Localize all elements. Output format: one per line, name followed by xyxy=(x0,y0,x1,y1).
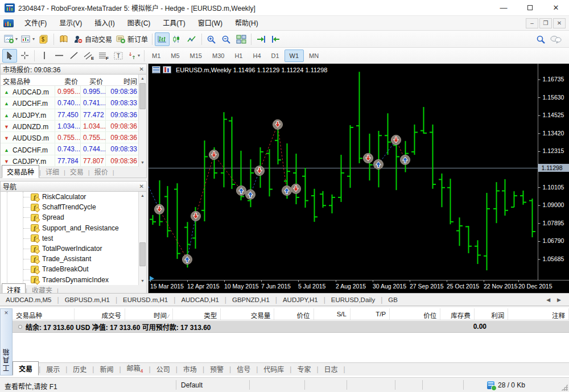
nav-item-test[interactable]: ftest xyxy=(1,233,146,244)
scroll-down-icon[interactable]: ▼ xyxy=(139,277,146,285)
child-close-button[interactable]: ✕ xyxy=(553,18,566,28)
chart-tab[interactable]: GBPUSD.m,H1 xyxy=(59,295,116,304)
navigator-close-icon[interactable]: ✕ xyxy=(139,183,144,189)
timeframe-button-m30[interactable]: M30 xyxy=(207,49,229,62)
profiles-button[interactable]: ▾ xyxy=(19,32,36,46)
menu-item[interactable]: 窗口(W) xyxy=(192,17,229,30)
market-watch-tab[interactable]: 详细 xyxy=(41,166,64,178)
symbols-button[interactable]: $ xyxy=(36,32,51,46)
menu-item[interactable]: 文件(F) xyxy=(18,17,53,30)
toolbox-close-icon[interactable]: ✕ xyxy=(4,310,9,316)
trade-column-header[interactable]: 成交号 xyxy=(75,308,125,320)
toolbox-tab-代码库[interactable]: 代码库 xyxy=(258,362,290,376)
trade-column-header[interactable]: 库存费 xyxy=(440,308,474,320)
chart-tab[interactable]: AUDJPY,H1 xyxy=(277,295,324,304)
menu-item[interactable]: 图表(C) xyxy=(121,17,157,30)
child-minimize-button[interactable]: – xyxy=(526,18,538,28)
price-chart-canvas[interactable]: 1.167351.156301.145251.134201.123151.101… xyxy=(149,64,569,293)
trade-column-header[interactable]: 类型 xyxy=(173,308,221,320)
trade-column-header[interactable]: 利润 xyxy=(475,308,508,320)
market-watch-header[interactable]: 市场报价: 09:08:36 ✕ xyxy=(0,64,147,75)
resize-grip[interactable] xyxy=(561,384,568,391)
trendline-button[interactable] xyxy=(67,49,81,63)
new-order-button[interactable]: 新订单 xyxy=(114,32,150,46)
scroll-down-icon[interactable]: ▼ xyxy=(139,159,146,167)
new-chart-button[interactable]: ▾ xyxy=(2,32,19,46)
toolbox-tab-邮箱[interactable]: 邮箱4 xyxy=(121,361,149,376)
nav-item-support_and_resistance[interactable]: fSupport_and_Resistance xyxy=(1,223,146,233)
timeframe-button-h4[interactable]: H4 xyxy=(248,49,266,62)
fibonacci-button[interactable]: F xyxy=(96,49,111,63)
column-header[interactable]: 买价 xyxy=(80,75,105,85)
crosshair-button[interactable] xyxy=(17,49,32,63)
cursor-button[interactable] xyxy=(2,49,17,63)
chart-tab[interactable]: AUDCAD,H1 xyxy=(175,295,224,304)
balance-row[interactable]: 结余: 17 313.60 USD 净值: 17 313.60 可用预付款: 1… xyxy=(13,321,569,333)
equidistant-channel-button[interactable]: E xyxy=(81,49,96,63)
column-header[interactable]: 时间 xyxy=(105,75,139,85)
chart-window-icon[interactable] xyxy=(3,19,14,27)
navigator-scrollbar[interactable]: ▲ ▼ xyxy=(138,192,146,285)
trade-column-header[interactable]: 交易品种 xyxy=(13,308,75,320)
nav-item-schafftrendcycle[interactable]: fSchaffTrendCycle xyxy=(1,202,146,212)
menu-item[interactable]: 插入(I) xyxy=(88,17,121,30)
minimize-button[interactable]: — xyxy=(490,0,517,15)
trade-column-header[interactable]: 价位 xyxy=(274,308,314,320)
market-row[interactable]: ▲AUDCHF.m0.740...0.741...09:08:33 xyxy=(1,97,146,109)
search-button[interactable] xyxy=(534,32,549,46)
tabs-scroll-right-icon[interactable]: ▶ xyxy=(554,297,564,303)
timeframe-button-m1[interactable]: M1 xyxy=(147,49,166,62)
child-restore-button[interactable]: ❐ xyxy=(539,18,552,28)
toolbox-tab-专家[interactable]: 专家 xyxy=(291,362,316,376)
toolbox-tab-预警[interactable]: 预警 xyxy=(204,362,229,376)
zoom-out-button[interactable] xyxy=(219,32,234,46)
chart-tab[interactable]: GBPNZD,H1 xyxy=(226,295,275,304)
menu-item[interactable]: 帮助(H) xyxy=(229,17,265,30)
chat-button[interactable] xyxy=(549,32,563,46)
scroll-up-icon[interactable]: ▲ xyxy=(139,192,146,200)
trade-table-headers[interactable]: 交易品种成交号时间 ∕类型交易量价位S/LT/P价位库存费利润注释 xyxy=(13,308,569,320)
trade-column-header[interactable]: 价位 xyxy=(390,308,440,320)
timeframe-button-d1[interactable]: D1 xyxy=(266,49,284,62)
chart-tab[interactable]: EURUSD,Daily xyxy=(325,295,381,304)
line-chart-button[interactable] xyxy=(184,32,199,46)
timeframe-button-m5[interactable]: M5 xyxy=(166,49,184,62)
market-watch-column-headers[interactable]: 交易品种卖价买价时间 xyxy=(1,75,146,86)
market-watch-tab[interactable]: 交易 xyxy=(65,166,88,178)
market-row[interactable]: ▼AUDNZD.m1.034...1.034...09:08:36 xyxy=(1,121,146,132)
scroll-up-icon[interactable]: ▲ xyxy=(139,75,146,82)
toolbox-tab-展示[interactable]: 展示 xyxy=(40,362,65,376)
auto-scroll-button[interactable] xyxy=(254,32,269,46)
toolbox-tab-日志[interactable]: 日志 xyxy=(319,362,344,376)
chart-tab[interactable]: GB xyxy=(382,295,403,304)
toolbox-tab-市场[interactable]: 市场 xyxy=(178,362,203,376)
chart-window[interactable]: EURUSD.m,Weekly 1.11496 1.12129 1.11224 … xyxy=(148,64,569,293)
nav-item-tradebreakout[interactable]: fTradeBreakOut xyxy=(1,264,146,274)
toolbox-tab-历史[interactable]: 历史 xyxy=(67,362,92,376)
bar-chart-button[interactable] xyxy=(155,32,170,46)
timeframe-button-h1[interactable]: H1 xyxy=(229,49,248,62)
history-center-button[interactable] xyxy=(56,32,71,46)
auto-trading-button[interactable]: 自动交易 xyxy=(71,32,114,46)
toolbox-vertical-tab[interactable]: ✕ 工具箱 xyxy=(0,308,13,376)
toolbox-tab-信号[interactable]: 信号 xyxy=(231,362,256,376)
maximize-button[interactable] xyxy=(517,0,543,15)
market-row[interactable]: ▼AUDUSD.m0.755...0.755...09:08:36 xyxy=(1,132,146,143)
trade-column-header[interactable]: S/L xyxy=(314,308,351,320)
chart-shift-button[interactable] xyxy=(269,32,283,46)
navigator-header[interactable]: 导航 ✕ xyxy=(0,181,147,192)
timeframe-button-w1[interactable]: W1 xyxy=(284,49,304,62)
market-row[interactable]: ▲AUDCAD.m0.995...0.995...09:08:36 xyxy=(1,86,146,97)
market-row[interactable]: ▲CADCHF.m0.743...0.744...09:08:33 xyxy=(1,143,146,155)
nav-item-spread[interactable]: fSpread xyxy=(1,212,146,222)
trade-column-header[interactable]: T/P xyxy=(351,308,390,320)
nav-item-trade_assistant[interactable]: fTrade_Assistant xyxy=(1,254,146,264)
nav-item-riskcalculator[interactable]: fRiskCalculator xyxy=(1,192,146,202)
trade-column-header[interactable]: 注释 xyxy=(508,308,569,320)
market-watch-tab[interactable]: 交易品种 xyxy=(2,165,39,178)
vertical-line-button[interactable] xyxy=(37,49,52,63)
nav-item-totalpowerindicator[interactable]: fTotalPowerIndicator xyxy=(1,244,146,254)
column-header[interactable]: 卖价 xyxy=(55,75,80,85)
menu-item[interactable]: 显示(V) xyxy=(53,17,88,30)
arrows-button[interactable]: ▾ xyxy=(126,49,142,63)
